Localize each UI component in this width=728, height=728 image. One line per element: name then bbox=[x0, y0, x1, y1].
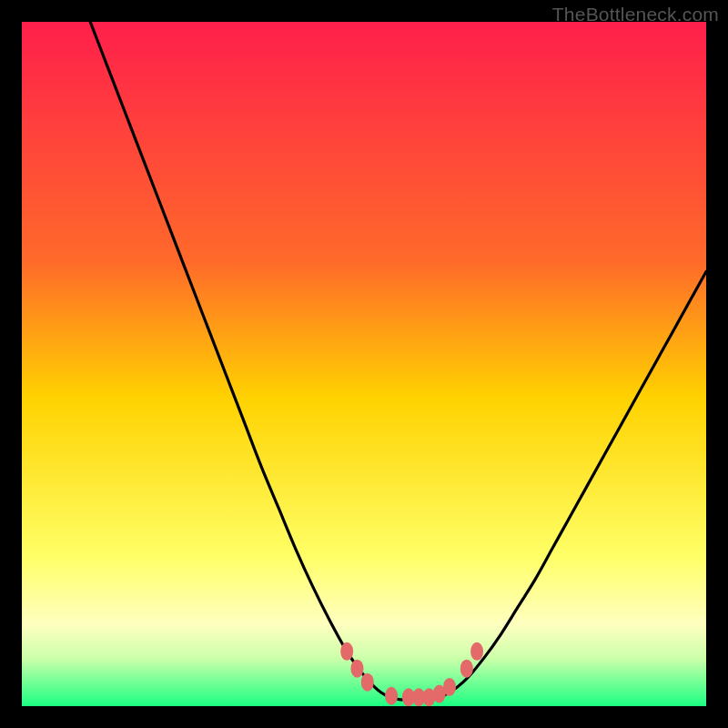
curve-node bbox=[385, 687, 398, 705]
curve-node bbox=[443, 678, 456, 696]
chart-background bbox=[22, 22, 706, 706]
curve-node bbox=[460, 660, 473, 678]
curve-node bbox=[361, 673, 374, 692]
chart-frame bbox=[22, 22, 706, 706]
watermark-label: TheBottleneck.com bbox=[552, 4, 719, 25]
curve-node bbox=[340, 642, 353, 661]
bottleneck-chart bbox=[22, 22, 706, 706]
curve-node bbox=[470, 642, 483, 661]
curve-node bbox=[350, 660, 363, 678]
